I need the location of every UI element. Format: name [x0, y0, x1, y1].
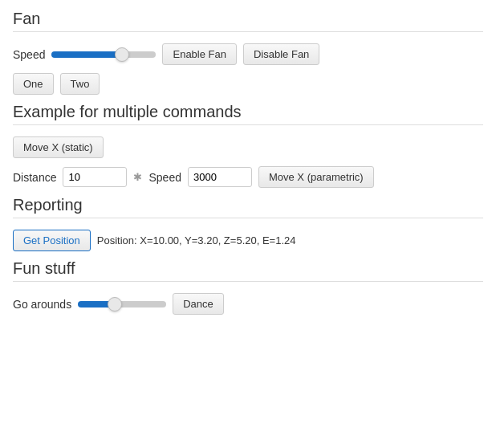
- position-text: Position: X=10.00, Y=3.20, Z=5.20, E=1.2…: [97, 234, 296, 246]
- multiple-commands-title: Example for multiple commands: [13, 103, 483, 121]
- speed-label: Speed: [148, 171, 181, 184]
- fan-speed-slider[interactable]: [51, 51, 156, 58]
- move-static-row: Move X (static): [13, 136, 483, 158]
- reporting-section: Reporting Get Position Position: X=10.00…: [13, 196, 483, 251]
- fan-slider-container: [51, 51, 156, 58]
- fun-stuff-title: Fun stuff: [13, 259, 483, 278]
- speed-input[interactable]: [188, 167, 252, 187]
- enable-fan-button[interactable]: Enable Fan: [162, 43, 237, 65]
- go-arounds-slider-container: [78, 301, 166, 307]
- fan-one-button[interactable]: One: [13, 73, 54, 95]
- fan-title: Fan: [13, 10, 483, 28]
- multiple-divider: [13, 124, 483, 125]
- asterisk-icon: ✱: [133, 171, 142, 183]
- multiple-commands-section: Example for multiple commands Move X (st…: [13, 103, 483, 188]
- move-parametric-row: Distance ✱ Speed Move X (parametric): [13, 166, 483, 188]
- reporting-title: Reporting: [13, 196, 483, 214]
- distance-input[interactable]: [63, 167, 127, 187]
- fun-row: Go arounds Dance: [13, 293, 483, 315]
- move-x-parametric-button[interactable]: Move X (parametric): [258, 166, 374, 188]
- fan-controls-row: Speed Enable Fan Disable Fan: [13, 43, 483, 65]
- go-arounds-label: Go arounds: [13, 298, 71, 311]
- reporting-row: Get Position Position: X=10.00, Y=3.20, …: [13, 230, 483, 251]
- go-arounds-slider[interactable]: [78, 301, 166, 307]
- fun-stuff-section: Fun stuff Go arounds Dance: [13, 259, 483, 315]
- move-x-static-button[interactable]: Move X (static): [13, 136, 104, 158]
- fan-divider: [13, 31, 483, 32]
- fun-stuff-divider: [13, 281, 483, 282]
- get-position-button[interactable]: Get Position: [13, 230, 91, 251]
- fan-two-button[interactable]: Two: [60, 73, 100, 95]
- distance-label: Distance: [13, 171, 56, 184]
- disable-fan-button[interactable]: Disable Fan: [243, 43, 319, 65]
- fan-speed-label: Speed: [13, 48, 45, 61]
- fan-preset-row: One Two: [13, 73, 483, 95]
- fan-section: Fan Speed Enable Fan Disable Fan One Two: [13, 10, 483, 95]
- reporting-divider: [13, 218, 483, 218]
- dance-button[interactable]: Dance: [173, 293, 224, 315]
